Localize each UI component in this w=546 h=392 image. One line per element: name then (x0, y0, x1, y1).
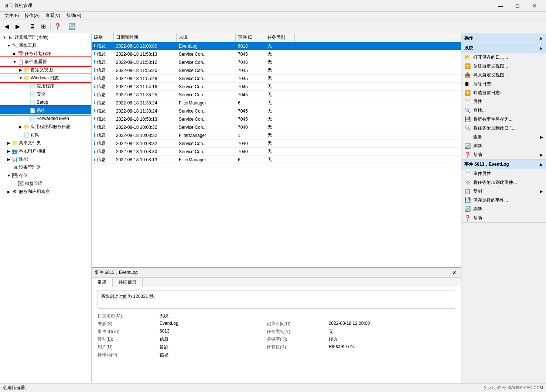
back-button[interactable]: ◀ (1, 21, 12, 32)
cell-source: Service Con... (177, 67, 236, 74)
col-header-eventid[interactable]: 事件 ID (236, 33, 265, 42)
tab-general[interactable]: 常规 (92, 278, 113, 287)
sidebar-item-setup-log[interactable]: ▶ 📄 Setup (0, 98, 91, 106)
event-list-scroll[interactable]: ℹ 信息 2022-08-18 12:00:00 EventLog 6013 无… (92, 42, 461, 267)
action-attach-task-log[interactable]: 📎 将任务附加到此日志... (461, 124, 546, 133)
cell-eventid: 7045 (236, 83, 265, 90)
cell-task: 无 (265, 148, 295, 155)
action-event-properties[interactable]: 📄 事件属性 (461, 169, 546, 178)
menu-help[interactable]: 帮助(H) (63, 12, 84, 20)
close-button[interactable]: ✕ (526, 0, 543, 12)
action-help2[interactable]: ❓ 帮助 (461, 213, 546, 222)
tab-detail[interactable]: 详细信息 (113, 278, 143, 287)
collapse-icon-event6013[interactable]: ▲ (539, 162, 543, 167)
menu-action[interactable]: 操作(A) (22, 12, 42, 20)
sidebar-item-services-apps[interactable]: ▶ ⚙ 服务和应用程序 (0, 188, 91, 196)
col-header-source[interactable]: 来源 (177, 33, 236, 42)
refresh-button[interactable]: 🔄 (67, 21, 77, 32)
sidebar-item-device-manager[interactable]: ▶ 🖥 设备管理器 (0, 163, 91, 171)
sidebar-item-event-viewer[interactable]: ▼ 📋 事件查看器 (0, 58, 91, 66)
sidebar-item-windows-logs[interactable]: ▼ 📁 Windows 日志 (0, 74, 91, 82)
col-header-level[interactable]: 级别 (92, 33, 114, 42)
cell-eventid: 7040 (236, 148, 265, 155)
sidebar-item-app-log[interactable]: ▶ 📄 应用程序 (0, 82, 91, 90)
help-button[interactable]: ❓ (52, 21, 63, 32)
maximize-button[interactable]: □ (509, 0, 526, 12)
sidebar-item-custom-views[interactable]: ▶ 📁 自定义视图 (0, 66, 91, 74)
sidebar-item-forwarded-events[interactable]: ▶ 📄 Forwarded Even (0, 114, 91, 123)
action-save-selected-events[interactable]: 💾 保存选择的事件... (461, 196, 546, 204)
forward-button[interactable]: ▶ (13, 21, 23, 32)
action-open-saved-log[interactable]: 📂 打开保存的日志... (461, 53, 546, 62)
table-row[interactable]: ℹ 信息 2022-08-18 11:58:13 Service Con... … (92, 50, 461, 58)
action-filter-log[interactable]: 🔽 筛选当前日志... (461, 88, 546, 97)
sidebar-item-system-log[interactable]: ▶ 📄 系统 (0, 106, 91, 114)
action-copy[interactable]: 📋 复制 ▶ (461, 187, 546, 196)
toolbar-separator-2 (50, 23, 51, 30)
action-refresh[interactable]: 🔄 刷新 (461, 141, 546, 150)
table-row[interactable]: ℹ 信息 2022-08-18 10:08:32 Service Con... … (92, 140, 461, 148)
action-filter-log-label: 筛选当前日志... (473, 90, 504, 96)
table-row[interactable]: ℹ 信息 2022-08-18 10:08:32 FilterManager 1… (92, 131, 461, 140)
event-viewer-label: 事件查看器 (25, 59, 47, 65)
collapse-icon-system[interactable]: ▲ (539, 45, 543, 51)
system-log-icon: 📄 (30, 107, 35, 113)
action-help[interactable]: ❓ 帮助 ▶ (461, 150, 546, 159)
detail-close-button[interactable]: ✕ (451, 269, 458, 276)
table-row[interactable]: ℹ 信息 2022-08-18 11:54:16 Service Con... … (92, 83, 461, 91)
sidebar-item-app-service-logs[interactable]: ▶ 📁 应用程序和服务日志 (0, 123, 91, 131)
col-header-datetime[interactable]: 日期和时间 (114, 33, 177, 42)
table-row[interactable]: ℹ 信息 2022-08-18 10:08:13 FilterManager 6… (92, 156, 461, 164)
action-attach-task-event[interactable]: 📎 将任务附加到此事件... (461, 178, 546, 187)
table-row[interactable]: ℹ 信息 2022-08-18 11:38:24 FilterManager 6… (92, 99, 461, 107)
action-view[interactable]: 查看 ▶ (461, 133, 546, 141)
table-row[interactable]: ℹ 信息 2022-08-18 11:58:12 Service Con... … (92, 58, 461, 66)
sidebar-item-root[interactable]: ▼ 🖥 计算机管理(本地) (0, 33, 91, 41)
sidebar-item-disk-management[interactable]: ▶ 💽 磁盘管理 (0, 179, 91, 188)
level-label: 级别(L): (98, 336, 157, 343)
sidebar-item-local-users[interactable]: ▶ 👥 本地用户和组 (0, 147, 91, 155)
sidebar-item-task-scheduler[interactable]: ▶ 📅 任务计划程序 (0, 49, 91, 58)
table-row[interactable]: ℹ 信息 2022-08-18 11:55:48 Service Con... … (92, 75, 461, 83)
table-row[interactable]: ℹ 信息 2022-08-18 12:00:00 EventLog 6013 无 (92, 42, 461, 50)
show-hide-button[interactable]: ⊞ (38, 21, 48, 32)
sidebar-item-system-tools[interactable]: ▼ 🔧 系统工具 (0, 41, 91, 49)
table-row[interactable]: ℹ 信息 2022-08-18 10:08:32 Service Con... … (92, 123, 461, 131)
sidebar-item-shared-folders[interactable]: ▶ 📁 共享文件夹 (0, 139, 91, 147)
main-layout: ▼ 🖥 计算机管理(本地) ▼ 🔧 系统工具 ▶ 📅 任务计划程序 ▼ 📋 事件… (0, 33, 546, 383)
help2-icon: ❓ (464, 215, 471, 221)
table-row[interactable]: ℹ 信息 2022-08-18 10:58:13 Service Con... … (92, 115, 461, 123)
action-properties[interactable]: 📄 属性 (461, 97, 546, 106)
sidebar-item-security-log[interactable]: ▶ 📄 安全 (0, 90, 91, 98)
col-header-task[interactable]: 任务类别 (265, 33, 295, 42)
action-refresh2[interactable]: 🔄 刷新 (461, 204, 546, 213)
cell-datetime: 2022-08-18 11:38:25 (114, 92, 177, 98)
action-import-custom-view[interactable]: 📥 导入自定义视图... (461, 71, 546, 79)
sidebar-item-storage[interactable]: ▼ 💾 存储 (0, 171, 91, 179)
detail-content[interactable]: 系统启动时间为 126331 秒。 日志名称(M): 系统 来源(S): Eve… (92, 287, 461, 383)
table-row[interactable]: ℹ 信息 2022-08-18 11:56:20 Service Con... … (92, 66, 461, 75)
table-row[interactable]: ℹ 信息 2022-08-18 10:08:30 Service Con... … (92, 148, 461, 156)
table-row[interactable]: ℹ 信息 2022-08-18 11:38:24 Service Con... … (92, 107, 461, 115)
action-clear-log[interactable]: 🗑 清除日志... (461, 79, 546, 88)
action-create-custom-view[interactable]: 🔽 创建自定义视图... (461, 62, 546, 71)
menu-file[interactable]: 文件(F) (1, 12, 22, 20)
toggle-task-scheduler: ▶ (12, 51, 18, 56)
action-find[interactable]: 🔍 查找... (461, 106, 546, 115)
cell-eventid: 7045 (236, 59, 265, 66)
windows-logs-icon: 📁 (24, 75, 30, 81)
table-row[interactable]: ℹ 信息 2022-08-18 11:38:25 Service Con... … (92, 91, 461, 99)
up-button[interactable]: 🖥 (27, 21, 37, 32)
cell-level: ℹ 信息 (92, 140, 114, 147)
action-save-all-events[interactable]: 💾 将所有事件另存为... (461, 115, 546, 124)
minimize-button[interactable]: — (492, 0, 509, 12)
cell-eventid: 6 (236, 100, 265, 106)
action-open-saved-log-label: 打开保存的日志... (473, 54, 508, 61)
cell-datetime: 2022-08-18 11:58:13 (114, 51, 177, 58)
sidebar-item-subscriptions[interactable]: ▶ 📄 订阅 (0, 131, 91, 139)
menu-view[interactable]: 查看(V) (42, 12, 63, 20)
collapse-icon[interactable]: ▲ (539, 35, 543, 41)
cell-task: 无 (265, 66, 295, 74)
cell-source: Service Con... (177, 83, 236, 90)
sidebar-item-performance[interactable]: ▶ 📊 性能 (0, 155, 91, 163)
